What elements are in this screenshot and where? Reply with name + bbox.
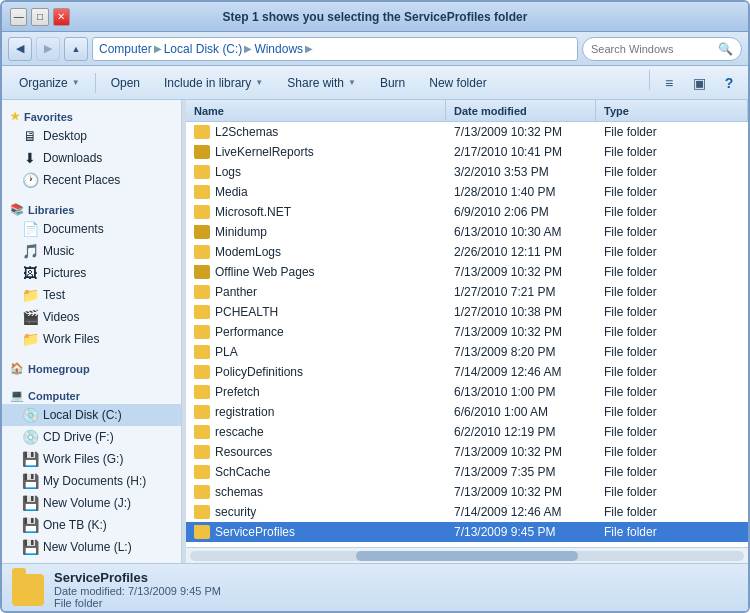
- header-date[interactable]: Date modified: [446, 100, 596, 121]
- search-input[interactable]: [591, 43, 714, 55]
- include-library-button[interactable]: Include in library ▼: [153, 70, 274, 96]
- table-row[interactable]: Prefetch6/13/2010 1:00 PMFile folder: [186, 382, 748, 402]
- forward-button[interactable]: ▶: [36, 37, 60, 61]
- file-date: 7/13/2009 8:20 PM: [446, 345, 596, 359]
- file-type: File folder: [596, 525, 748, 539]
- table-row[interactable]: LiveKernelReports2/17/2010 10:41 PMFile …: [186, 142, 748, 162]
- file-name: Prefetch: [215, 385, 260, 399]
- sidebar-item-cd-drive[interactable]: 💿 CD Drive (F:): [2, 426, 181, 448]
- sidebar-section-computer[interactable]: 💻 Computer: [2, 383, 181, 404]
- close-button[interactable]: ✕: [53, 8, 70, 26]
- file-type: File folder: [596, 425, 748, 439]
- folder-icon: [194, 365, 210, 379]
- sidebar-section-favorites[interactable]: ★ Favorites: [2, 104, 181, 125]
- local-disk-label: Local Disk (C:): [43, 408, 122, 422]
- file-type: File folder: [596, 325, 748, 339]
- file-date: 6/2/2010 12:19 PM: [446, 425, 596, 439]
- folder-icon: [194, 325, 210, 339]
- minimize-button[interactable]: —: [10, 8, 27, 26]
- table-row[interactable]: L2Schemas7/13/2009 10:32 PMFile folder: [186, 122, 748, 142]
- title-bar: — □ ✕ Step 1 shows you selecting the Ser…: [2, 2, 748, 32]
- h-scrollbar-track[interactable]: [190, 551, 744, 561]
- sidebar-section-homegroup[interactable]: 🏠 Homegroup: [2, 356, 181, 377]
- preview-pane-button[interactable]: ▣: [686, 70, 712, 96]
- table-row[interactable]: Resources7/13/2009 10:32 PMFile folder: [186, 442, 748, 462]
- table-row[interactable]: schemas7/13/2009 10:32 PMFile folder: [186, 482, 748, 502]
- sidebar-item-videos[interactable]: 🎬 Videos: [2, 306, 181, 328]
- burn-button[interactable]: Burn: [369, 70, 416, 96]
- sidebar-item-desktop[interactable]: 🖥 Desktop: [2, 125, 181, 147]
- file-type: File folder: [596, 145, 748, 159]
- status-file-type: File folder: [54, 597, 221, 609]
- table-row[interactable]: PolicyDefinitions7/14/2009 12:46 AMFile …: [186, 362, 748, 382]
- file-name: Media: [215, 185, 248, 199]
- breadcrumb-windows[interactable]: Windows: [254, 42, 303, 56]
- help-button[interactable]: ?: [716, 70, 742, 96]
- file-type: File folder: [596, 385, 748, 399]
- sidebar-item-test[interactable]: 📁 Test: [2, 284, 181, 306]
- work-files-drive-label: Work Files (G:): [43, 452, 123, 466]
- table-row[interactable]: PCHEALTH1/27/2010 10:38 PMFile folder: [186, 302, 748, 322]
- maximize-button[interactable]: □: [31, 8, 48, 26]
- table-row[interactable]: ModemLogs2/26/2010 12:11 PMFile folder: [186, 242, 748, 262]
- folder-icon: [194, 445, 210, 459]
- table-row[interactable]: Microsoft.NET6/9/2010 2:06 PMFile folder: [186, 202, 748, 222]
- table-row[interactable]: Media1/28/2010 1:40 PMFile folder: [186, 182, 748, 202]
- file-date: 7/13/2009 10:32 PM: [446, 485, 596, 499]
- header-name[interactable]: Name: [186, 100, 446, 121]
- sidebar-item-work-files-library[interactable]: 📁 Work Files: [2, 328, 181, 350]
- table-row[interactable]: Performance7/13/2009 10:32 PMFile folder: [186, 322, 748, 342]
- sidebar-item-recent-places[interactable]: 🕐 Recent Places: [2, 169, 181, 191]
- open-button[interactable]: Open: [100, 70, 151, 96]
- breadcrumb-computer[interactable]: Computer: [99, 42, 152, 56]
- table-row[interactable]: Offline Web Pages7/13/2009 10:32 PMFile …: [186, 262, 748, 282]
- file-type: File folder: [596, 305, 748, 319]
- sidebar-item-downloads[interactable]: ⬇ Downloads: [2, 147, 181, 169]
- horizontal-scrollbar[interactable]: [186, 547, 748, 563]
- sidebar-item-pictures[interactable]: 🖼 Pictures: [2, 262, 181, 284]
- sidebar-item-my-documents[interactable]: 💾 My Documents (H:): [2, 470, 181, 492]
- videos-icon: 🎬: [22, 309, 38, 325]
- status-filename: ServiceProfiles: [54, 570, 221, 585]
- videos-label: Videos: [43, 310, 79, 324]
- folder-icon: [194, 485, 210, 499]
- new-folder-button[interactable]: New folder: [418, 70, 497, 96]
- sidebar-item-one-tb[interactable]: 💾 One TB (K:): [2, 514, 181, 536]
- table-row[interactable]: Minidump6/13/2010 10:30 AMFile folder: [186, 222, 748, 242]
- pictures-icon: 🖼: [22, 265, 38, 281]
- toolbar-divider-2: [649, 70, 650, 90]
- organize-button[interactable]: Organize ▼: [8, 70, 91, 96]
- back-button[interactable]: ◀: [8, 37, 32, 61]
- table-row[interactable]: PLA7/13/2009 8:20 PMFile folder: [186, 342, 748, 362]
- header-type[interactable]: Type: [596, 100, 748, 121]
- sidebar-item-new-volume-l[interactable]: 💾 New Volume (L:): [2, 536, 181, 558]
- view-options-button[interactable]: ≡: [656, 70, 682, 96]
- file-date: 6/13/2010 10:30 AM: [446, 225, 596, 239]
- sidebar-item-documents[interactable]: 📄 Documents: [2, 218, 181, 240]
- h-scrollbar-thumb[interactable]: [356, 551, 578, 561]
- sidebar-item-new-volume-j[interactable]: 💾 New Volume (J:): [2, 492, 181, 514]
- folder-icon: [194, 425, 210, 439]
- breadcrumb-localdisk[interactable]: Local Disk (C:): [164, 42, 243, 56]
- sidebar-item-music[interactable]: 🎵 Music: [2, 240, 181, 262]
- file-date: 1/27/2010 7:21 PM: [446, 285, 596, 299]
- new-volume-j-label: New Volume (J:): [43, 496, 131, 510]
- table-row[interactable]: Panther1/27/2010 7:21 PMFile folder: [186, 282, 748, 302]
- table-row[interactable]: SchCache7/13/2009 7:35 PMFile folder: [186, 462, 748, 482]
- up-button[interactable]: ▲: [64, 37, 88, 61]
- sidebar-item-local-disk[interactable]: 💿 Local Disk (C:): [2, 404, 181, 426]
- table-row[interactable]: ServiceProfiles7/13/2009 9:45 PMFile fol…: [186, 522, 748, 542]
- share-with-button[interactable]: Share with ▼: [276, 70, 367, 96]
- file-type: File folder: [596, 225, 748, 239]
- work-files-drive-icon: 💾: [22, 451, 38, 467]
- table-row[interactable]: security7/14/2009 12:46 AMFile folder: [186, 502, 748, 522]
- favorites-label: Favorites: [24, 111, 73, 123]
- sidebar-item-work-files-drive[interactable]: 💾 Work Files (G:): [2, 448, 181, 470]
- file-list-scroll[interactable]: L2Schemas7/13/2009 10:32 PMFile folderLi…: [186, 122, 748, 547]
- search-bar[interactable]: 🔍: [582, 37, 742, 61]
- table-row[interactable]: Logs3/2/2010 3:53 PMFile folder: [186, 162, 748, 182]
- table-row[interactable]: registration6/6/2010 1:00 AMFile folder: [186, 402, 748, 422]
- sidebar-section-libraries[interactable]: 📚 Libraries: [2, 197, 181, 218]
- file-type: File folder: [596, 125, 748, 139]
- table-row[interactable]: rescache6/2/2010 12:19 PMFile folder: [186, 422, 748, 442]
